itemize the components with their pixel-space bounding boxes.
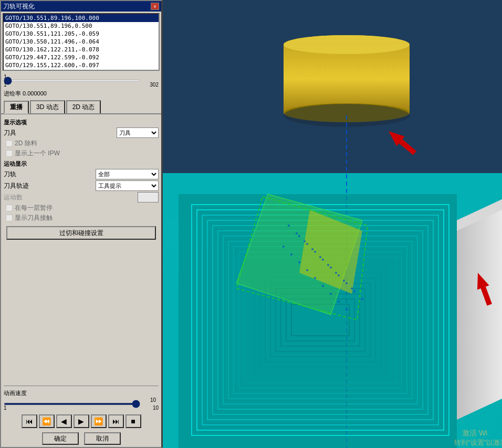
anim-label: 动画速度 (4, 389, 159, 397)
checkbox-ipw-row: 显示上一个 IPW (4, 149, 159, 158)
scene-svg: 激活 Wi 转到"设置"以激活 (163, 0, 502, 448)
checkbox-contact-row: 显示刀具接触 (4, 214, 159, 222)
collision-button[interactable]: 过切和碰撞设置 (6, 226, 156, 240)
anim-speed-slider[interactable] (4, 403, 140, 405)
svg-point-59 (314, 277, 316, 279)
svg-point-61 (330, 293, 332, 295)
motion-section-header: 运动显示 (4, 160, 159, 168)
left-panel: 刀轨可视化 × GOTO/130.551,89.196,100.000 GOTO… (0, 0, 163, 448)
checkbox-ipw[interactable] (6, 150, 13, 157)
code-item-1[interactable]: GOTO/130.551,89.196,0.500 (4, 22, 159, 30)
cutter-label: 刀轨 (4, 170, 16, 179)
svg-point-51 (338, 274, 340, 276)
trace-select[interactable]: 工具提示 (96, 180, 159, 191)
cutter-select[interactable]: 全部 (96, 169, 159, 179)
checkbox-contact-label: 显示刀具接触 (15, 214, 53, 222)
title-bar: 刀轨可视化 × (1, 1, 161, 12)
bottom-buttons: 确定 取消 (1, 430, 161, 447)
skip-to-start-button[interactable]: ⏮ (22, 414, 37, 428)
tab-3d[interactable]: 3D 动态 (30, 100, 65, 113)
svg-point-43 (335, 272, 337, 274)
position-slider[interactable] (4, 80, 140, 82)
tool-row: 刀具 刀具 (4, 127, 159, 138)
position-slider-section: 1 1 302 (1, 72, 161, 89)
checkbox-2d[interactable] (6, 140, 13, 147)
anim-min: 1 (4, 405, 7, 411)
tab-replay[interactable]: 重播 (4, 101, 29, 114)
feed-rate-section: 进给率 0.000000 (1, 89, 161, 99)
tool-label: 刀具 (4, 129, 16, 137)
slider1-max: 302 (150, 82, 159, 88)
svg-point-39 (304, 240, 306, 242)
svg-point-44 (343, 280, 345, 282)
trace-label: 刀具轨迹 (4, 182, 29, 190)
tab-row: 重播 3D 动态 2D 动态 (1, 99, 161, 113)
svg-point-54 (361, 298, 363, 300)
divider (4, 386, 159, 386)
code-item-4[interactable]: GOTO/130.162,122.211,-0.078 (4, 46, 159, 54)
svg-point-52 (346, 282, 348, 284)
play-back-button[interactable]: ◀ (56, 414, 72, 428)
svg-point-42 (327, 264, 329, 266)
step-forward-button[interactable]: ⏩ (91, 414, 107, 428)
checkbox-pause-label: 在每一层暂停 (15, 204, 53, 212)
feed-rate-label: 进给率 (4, 90, 21, 97)
motion-count-label: 运动数 (4, 193, 23, 202)
svg-point-55 (283, 246, 285, 248)
anim-top-label: 10 (150, 397, 156, 403)
anim-max: 10 (153, 405, 159, 411)
svg-point-62 (338, 301, 340, 303)
checkbox-contact[interactable] (6, 215, 13, 221)
code-item-2[interactable]: GOTO/130.551,121.205,-0.059 (4, 30, 159, 38)
watermark-text: 激活 Wi (462, 429, 487, 437)
svg-rect-6 (284, 45, 410, 113)
slider1-min: 1 (4, 82, 7, 88)
svg-point-58 (306, 269, 308, 271)
svg-point-46 (298, 235, 300, 237)
transport-controls: ⏮ ⏪ ◀ ▶ ⏩ ⏭ ■ (1, 412, 161, 430)
close-button[interactable]: × (151, 3, 159, 10)
svg-point-37 (288, 225, 290, 227)
ok-button[interactable]: 确定 (42, 432, 79, 445)
cutter-row: 刀轨 全部 (4, 169, 159, 179)
3d-viewport[interactable]: 激活 Wi 转到"设置"以激活 (163, 0, 502, 448)
svg-point-63 (346, 308, 348, 311)
code-item-5[interactable]: GOTO/129.447,122.599,-0.092 (4, 54, 159, 61)
feed-rate-value: 0.000000 (23, 90, 47, 97)
stop-button[interactable]: ■ (125, 414, 141, 428)
motion-count-row: 运动数 10 (4, 192, 159, 202)
svg-point-53 (353, 290, 355, 292)
svg-point-50 (330, 266, 332, 269)
svg-point-47 (306, 243, 308, 245)
window-title: 刀轨可视化 (3, 2, 35, 11)
svg-point-57 (298, 261, 300, 263)
svg-point-48 (314, 251, 316, 253)
svg-marker-10 (457, 199, 502, 420)
skip-to-end-button[interactable]: ⏭ (108, 414, 124, 428)
step-back-button[interactable]: ⏪ (39, 414, 55, 428)
code-list[interactable]: GOTO/130.551,89.196,100.000 GOTO/130.551… (3, 13, 160, 71)
svg-point-49 (322, 259, 324, 261)
svg-point-60 (322, 285, 324, 287)
trace-row: 刀具轨迹 工具提示 (4, 180, 159, 191)
code-item-0[interactable]: GOTO/130.551,89.196,100.000 (4, 14, 159, 22)
display-section-header: 显示选项 (4, 119, 159, 126)
tab-content: 显示选项 刀具 刀具 2D 除料 显示上一个 IPW 运动显示 刀轨 全部 刀具… (1, 113, 161, 244)
code-item-6[interactable]: GOTO/129.155,122.600,-0.097 (4, 61, 159, 69)
svg-point-40 (311, 248, 313, 250)
svg-point-8 (284, 35, 410, 54)
cancel-button[interactable]: 取消 (84, 432, 121, 445)
tab-2d[interactable]: 2D 动态 (66, 100, 101, 113)
play-forward-button[interactable]: ▶ (74, 414, 89, 428)
checkbox-pause[interactable] (6, 205, 13, 211)
svg-point-41 (319, 256, 321, 258)
checkbox-pause-row: 在每一层暂停 (4, 204, 159, 212)
anim-section: 动画速度 10 1 10 (1, 388, 161, 412)
svg-point-56 (290, 253, 292, 255)
checkbox-2d-row: 2D 除料 (4, 139, 159, 148)
code-item-3[interactable]: GOTO/130.550,121.496,-0.064 (4, 38, 159, 46)
tool-select[interactable]: 刀具 (117, 127, 159, 138)
svg-point-45 (351, 287, 353, 290)
svg-text:转到"设置"以激活: 转到"设置"以激活 (454, 439, 502, 446)
motion-count-input[interactable]: 10 (138, 192, 159, 202)
